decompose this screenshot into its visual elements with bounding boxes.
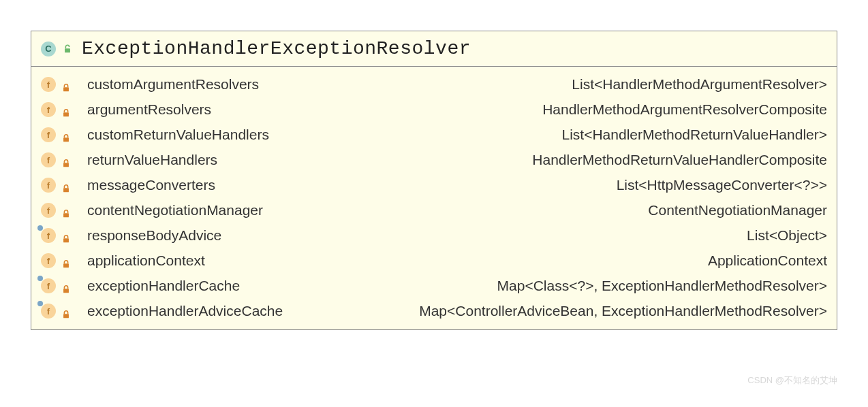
lock-icon — [61, 180, 71, 190]
field-icon: f — [41, 102, 56, 117]
field-row[interactable]: fmessageConvertersList<HttpMessageConver… — [31, 173, 837, 198]
field-icons: f — [41, 203, 87, 218]
field-icon: f — [41, 203, 56, 218]
lock-icon — [61, 256, 71, 265]
field-name: customArgumentResolvers — [87, 76, 259, 93]
fields-list: fcustomArgumentResolversList<HandlerMeth… — [31, 67, 837, 329]
field-type: HandlerMethodReturnValueHandlerComposite — [217, 152, 827, 168]
field-name: argumentResolvers — [87, 101, 211, 118]
field-type: List<Object> — [221, 227, 827, 244]
field-row[interactable]: fargumentResolversHandlerMethodArgumentR… — [31, 97, 837, 123]
field-icons: f — [41, 228, 87, 243]
svg-rect-6 — [63, 213, 69, 217]
svg-rect-1 — [63, 87, 69, 91]
lock-icon — [61, 80, 71, 89]
field-name: contentNegotiationManager — [87, 202, 263, 218]
field-icon: f — [41, 178, 56, 193]
svg-rect-4 — [63, 163, 69, 167]
field-type: HandlerMethodArgumentResolverComposite — [211, 101, 827, 118]
field-icon: f — [41, 152, 56, 167]
field-name: exceptionHandlerAdviceCache — [87, 303, 283, 319]
field-icon: f — [41, 304, 56, 319]
field-type: Map<Class<?>, ExceptionHandlerMethodReso… — [240, 278, 827, 294]
field-name: messageConverters — [87, 177, 215, 193]
field-icons: f — [41, 304, 87, 319]
field-row[interactable]: fcustomArgumentResolversList<HandlerMeth… — [31, 72, 837, 97]
open-lock-icon — [63, 44, 72, 54]
field-icon: f — [41, 278, 56, 293]
field-row[interactable]: freturnValueHandlersHandlerMethodReturnV… — [31, 148, 837, 173]
field-row[interactable]: fcustomReturnValueHandlersList<HandlerMe… — [31, 123, 837, 148]
class-icon: C — [41, 42, 56, 56]
lock-icon — [61, 105, 71, 114]
field-name: applicationContext — [87, 253, 205, 269]
svg-rect-9 — [63, 289, 69, 293]
field-icon: f — [41, 228, 56, 243]
field-name: returnValueHandlers — [87, 152, 217, 168]
field-icons: f — [41, 178, 87, 193]
field-icons: f — [41, 102, 87, 117]
field-row[interactable]: fexceptionHandlerCacheMap<Class<?>, Exce… — [31, 274, 837, 299]
lock-icon — [61, 231, 71, 240]
lock-icon — [61, 155, 71, 165]
svg-rect-3 — [63, 137, 69, 142]
lock-icon — [61, 130, 71, 140]
class-name: ExceptionHandlerExceptionResolver — [82, 38, 471, 59]
class-structure-panel: C ExceptionHandlerExceptionResolver fcus… — [31, 31, 837, 330]
field-type: List<HandlerMethodArgumentResolver> — [259, 76, 827, 93]
field-icons: f — [41, 253, 87, 268]
field-icons: f — [41, 278, 87, 293]
svg-rect-5 — [63, 188, 69, 192]
field-icon: f — [41, 127, 56, 142]
svg-rect-8 — [63, 263, 69, 267]
field-type: ApplicationContext — [205, 253, 827, 269]
field-type: List<HttpMessageConverter<?>> — [215, 177, 827, 193]
field-row[interactable]: fapplicationContextApplicationContext — [31, 248, 837, 274]
field-icons: f — [41, 77, 87, 92]
field-name: responseBodyAdvice — [87, 227, 221, 244]
field-row[interactable]: fcontentNegotiationManagerContentNegotia… — [31, 198, 837, 223]
field-name: exceptionHandlerCache — [87, 278, 240, 294]
field-row[interactable]: fexceptionHandlerAdviceCacheMap<Controll… — [31, 299, 837, 324]
lock-icon — [61, 306, 71, 316]
field-icons: f — [41, 127, 87, 142]
field-type: Map<ControllerAdviceBean, ExceptionHandl… — [283, 303, 827, 319]
svg-rect-0 — [65, 48, 70, 52]
field-icons: f — [41, 152, 87, 167]
class-header: C ExceptionHandlerExceptionResolver — [31, 31, 837, 67]
lock-icon — [61, 206, 71, 215]
field-icon: f — [41, 77, 56, 92]
field-row[interactable]: fresponseBodyAdviceList<Object> — [31, 223, 837, 248]
field-icon: f — [41, 253, 56, 268]
field-type: List<HandlerMethodReturnValueHandler> — [269, 127, 827, 143]
svg-rect-7 — [63, 238, 69, 242]
field-name: customReturnValueHandlers — [87, 127, 269, 143]
svg-rect-10 — [63, 314, 69, 318]
lock-icon — [61, 281, 71, 291]
svg-rect-2 — [63, 112, 69, 116]
field-type: ContentNegotiationManager — [263, 202, 827, 218]
